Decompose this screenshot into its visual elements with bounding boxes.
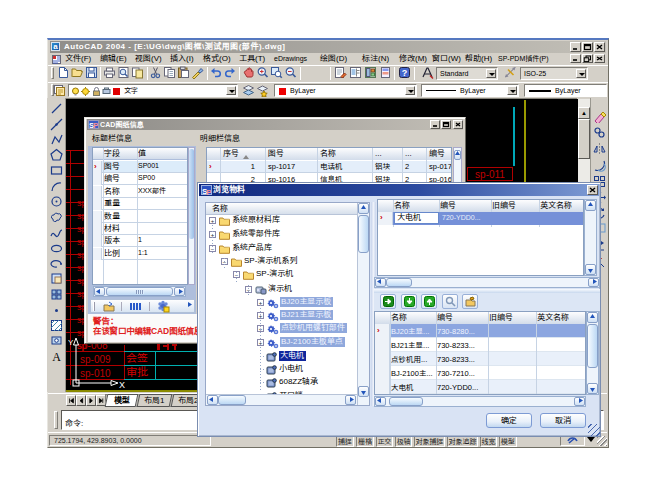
svg-text:Y: Y xyxy=(68,338,74,347)
svg-text:P: P xyxy=(206,188,211,196)
svg-text:P: P xyxy=(93,121,98,128)
svg-text:X: X xyxy=(119,380,125,390)
svg-text:?: ? xyxy=(402,68,408,78)
svg-text:A: A xyxy=(52,350,61,363)
